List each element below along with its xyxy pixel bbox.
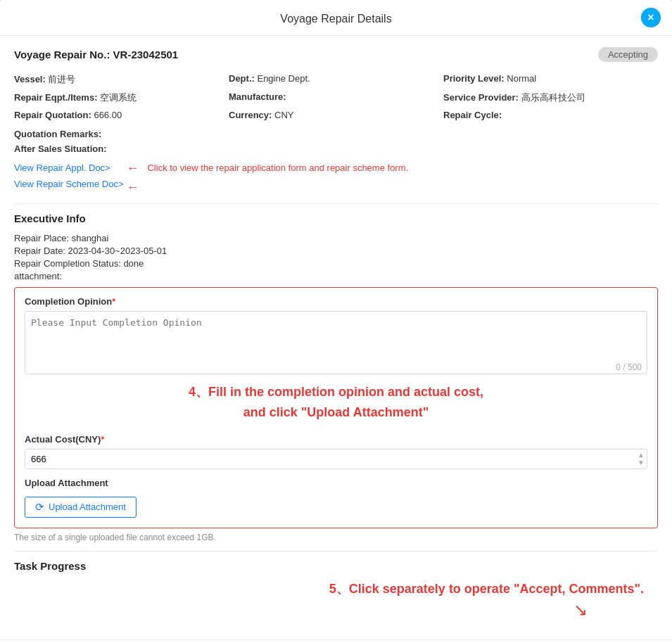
upload-btn-label: Upload Attachment	[49, 502, 126, 512]
eqpt-item: Repair Eqpt./Items: 空调系统	[14, 90, 229, 106]
required-star-1: *	[112, 296, 115, 307]
spinner-up[interactable]: ▲	[638, 452, 645, 459]
attachment-label: attachment:	[14, 271, 62, 281]
status-badge: Accepting	[598, 47, 658, 62]
modal-body: Voyage Repair No.: VR-23042501 Accepting…	[0, 36, 672, 634]
repair-cycle-item: Repair Cycle:	[443, 108, 658, 122]
priority-label: Priority Level:	[443, 73, 505, 84]
dept-item: Dept.: Engine Dept.	[229, 72, 443, 87]
actual-cost-label: Actual Cost(CNY)*	[25, 434, 647, 445]
arrow-down-right-icon: ↘	[573, 600, 588, 619]
repair-date-value: 2023-04-30~2023-05-01	[68, 246, 167, 256]
repair-place-item: Repair Place: shanghai	[14, 233, 658, 243]
annotation-link-text: Click to view the repair application for…	[147, 163, 408, 173]
divider-1	[14, 203, 658, 204]
links-col: View Repair Appl. Doc> View Repair Schem…	[14, 160, 123, 191]
actual-cost-wrapper: ▲ ▼	[25, 449, 647, 469]
modal-footer: Comment Accept	[0, 639, 672, 643]
view-repair-appl-row: View Repair Appl. Doc>	[14, 163, 123, 173]
spinner-down[interactable]: ▼	[638, 459, 645, 466]
repair-place-value: shanghai	[72, 233, 109, 243]
upload-icon: ⟳	[35, 501, 44, 514]
arrow-down-right: ↘	[14, 600, 658, 620]
required-star-2: *	[101, 434, 104, 445]
repair-no-value: VR-23042501	[113, 49, 179, 61]
modal: Voyage Repair Details × Voyage Repair No…	[0, 0, 672, 643]
exec-info-grid: Repair Place: shanghai Repair Date: 2023…	[14, 233, 658, 281]
executive-info-title: Executive Info	[14, 212, 658, 224]
manufacture-label: Manufacture:	[229, 91, 286, 102]
vessel-value: 前进号	[48, 74, 75, 84]
close-button[interactable]: ×	[641, 8, 661, 27]
service-provider-value: 高乐高科技公司	[521, 92, 585, 103]
completion-status-item: Repair Completion Status: done	[14, 258, 658, 269]
service-provider-label: Service Provider:	[443, 92, 519, 103]
annotation-center: 4、Fill in the completion opinion and act…	[25, 382, 647, 423]
actual-cost-input[interactable]	[25, 449, 647, 469]
quotation-remarks-item: Quotation Remarks:	[14, 127, 658, 141]
upload-section: Upload Attachment ⟳ Upload Attachment	[25, 478, 647, 518]
info-grid: Vessel: 前进号 Dept.: Engine Dept. Priority…	[14, 72, 658, 122]
task-progress-section: Task Progress	[14, 551, 658, 572]
arrows-col: ← ←	[126, 161, 139, 195]
upload-hint: The size of a single uploaded file canno…	[14, 533, 658, 542]
number-spinners: ▲ ▼	[638, 452, 645, 466]
completion-status-value: done	[123, 258, 144, 269]
view-repair-scheme-row: View Repair Scheme Doc>	[14, 179, 123, 189]
priority-item: Priority Level: Normal	[443, 72, 658, 87]
manufacture-item: Manufacture:	[229, 90, 443, 106]
arrow-icon-1: ←	[126, 161, 139, 176]
upload-attachment-button[interactable]: ⟳ Upload Attachment	[25, 497, 137, 518]
priority-value: Normal	[507, 73, 536, 84]
currency-value: CNY	[274, 110, 293, 120]
currency-item: Currency: CNY	[229, 108, 443, 122]
textarea-wrapper: 0 / 500	[25, 311, 647, 376]
annotation-line-2: and click "Upload Attachment"	[25, 402, 647, 423]
arrow-icon-2: ←	[126, 180, 139, 195]
annotation-line-1: 4、Fill in the completion opinion and act…	[25, 382, 647, 402]
eqpt-value: 空调系统	[100, 92, 137, 103]
form-box: Completion Opinion* 0 / 500 4、Fill in th…	[14, 287, 658, 528]
completion-opinion-textarea[interactable]	[25, 311, 647, 374]
dept-label: Dept.:	[229, 73, 255, 84]
quotation-value: 666.00	[94, 110, 122, 120]
repair-no: Voyage Repair No.: VR-23042501	[14, 49, 178, 61]
after-sales-item: After Sales Situation:	[14, 142, 658, 155]
after-sales-label: After Sales Situation:	[14, 144, 106, 154]
divider-2	[14, 551, 658, 552]
links-annotation-row: View Repair Appl. Doc> View Repair Schem…	[14, 160, 658, 195]
repair-date-label: Repair Date:	[14, 246, 65, 256]
completion-status-label: Repair Completion Status:	[14, 258, 121, 269]
dept-value: Engine Dept.	[257, 73, 310, 84]
repair-place-label: Repair Place:	[14, 233, 69, 243]
repair-no-label: Voyage Repair No.:	[14, 49, 110, 61]
modal-header: Voyage Repair Details ×	[0, 0, 672, 36]
annotation-bottom-text: 5、Click separately to operate "Accept, C…	[329, 582, 644, 596]
view-repair-scheme-link[interactable]: View Repair Scheme Doc>	[14, 179, 123, 189]
service-provider-item: Service Provider: 高乐高科技公司	[443, 90, 658, 106]
repair-cycle-label: Repair Cycle:	[443, 110, 502, 120]
char-count: 0 / 500	[616, 362, 642, 372]
task-progress-title: Task Progress	[14, 560, 658, 572]
currency-label: Currency:	[229, 110, 272, 120]
attachment-item: attachment:	[14, 271, 658, 281]
annotation-bottom: 5、Click separately to operate "Accept, C…	[14, 580, 658, 597]
upload-attachment-label: Upload Attachment	[25, 478, 647, 488]
modal-title: Voyage Repair Details	[280, 13, 391, 25]
modal-overlay: Voyage Repair Details × Voyage Repair No…	[0, 0, 672, 643]
vessel-item: Vessel: 前进号	[14, 72, 229, 87]
repair-date-item: Repair Date: 2023-04-30~2023-05-01	[14, 246, 658, 256]
eqpt-label: Repair Eqpt./Items:	[14, 92, 97, 103]
annotation-col: Click to view the repair application for…	[147, 163, 408, 173]
quotation-remarks-label: Quotation Remarks:	[14, 129, 101, 139]
quotation-item: Repair Quotation: 666.00	[14, 108, 229, 122]
view-repair-appl-link[interactable]: View Repair Appl. Doc>	[14, 163, 110, 173]
completion-opinion-label: Completion Opinion*	[25, 296, 647, 307]
vessel-label: Vessel:	[14, 74, 46, 84]
quotation-label: Repair Quotation:	[14, 110, 91, 120]
repair-no-row: Voyage Repair No.: VR-23042501 Accepting	[14, 47, 658, 62]
